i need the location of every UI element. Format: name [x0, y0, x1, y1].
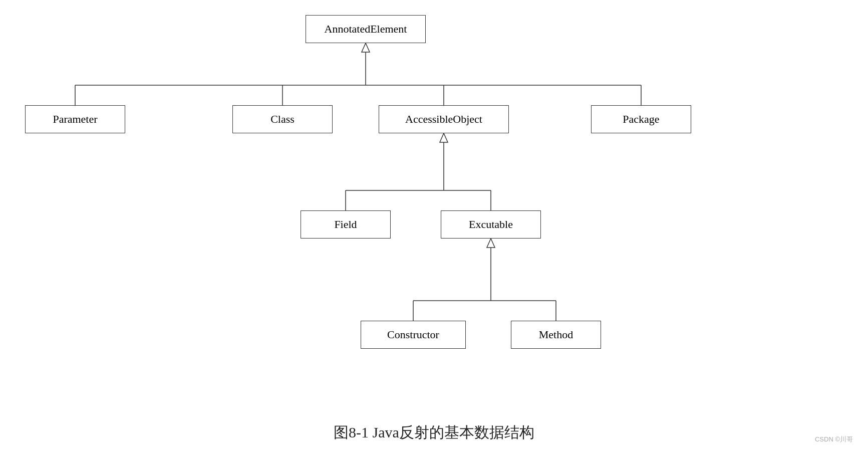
watermark: CSDN ©川哥: [815, 435, 853, 444]
diagram-container: AnnotatedElement Parameter Class Accessi…: [0, 0, 868, 458]
svg-marker-1: [362, 43, 370, 52]
svg-marker-8: [440, 133, 448, 142]
node-package: Package: [591, 105, 691, 133]
node-annotated-element: AnnotatedElement: [306, 15, 426, 43]
node-field: Field: [301, 210, 391, 239]
node-constructor: Constructor: [361, 321, 466, 349]
node-accessible-object: AccessibleObject: [379, 105, 509, 133]
node-method: Method: [511, 321, 601, 349]
node-parameter: Parameter: [25, 105, 125, 133]
svg-marker-13: [487, 239, 495, 248]
node-excutable: Excutable: [441, 210, 541, 239]
diagram-lines: [0, 0, 868, 458]
node-class: Class: [232, 105, 333, 133]
diagram-caption: 图8-1 Java反射的基本数据结构: [0, 422, 868, 443]
